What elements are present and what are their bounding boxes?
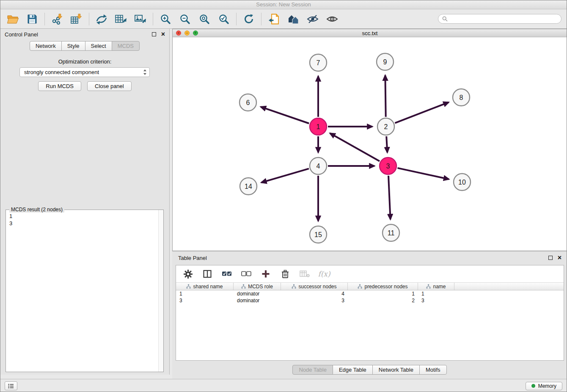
column-header-MCDS-role[interactable]: MCDS role (234, 283, 281, 290)
column-label: MCDS role (248, 284, 273, 290)
tab-network-table[interactable]: Network Table (372, 365, 420, 375)
table-row[interactable]: 1dominator411 (176, 290, 564, 297)
column-visibility-button[interactable] (201, 268, 213, 280)
delete-rows-button[interactable] (279, 268, 291, 280)
mcds-result-title: MCDS result (2 nodes) (9, 207, 64, 213)
minimize-window-button[interactable] (184, 30, 190, 36)
graph-node-11[interactable]: 11 (383, 224, 399, 241)
close-panel-icon[interactable] (161, 32, 165, 36)
tab-node-table[interactable]: Node Table (292, 365, 333, 375)
edge-3-1 (330, 133, 380, 161)
plus-icon (261, 270, 270, 278)
run-mcds-button[interactable]: Run MCDS (38, 81, 81, 91)
main-toolbar (0, 9, 567, 29)
control-panel-title: Control Panel (5, 31, 38, 38)
network-canvas[interactable]: 7968124314101511 (173, 37, 567, 251)
import-network-icon (51, 14, 63, 25)
graph-node-7[interactable]: 7 (310, 54, 327, 71)
zoom-in-icon (160, 14, 171, 25)
column-label: predecessor nodes (364, 284, 407, 290)
close-table-panel-icon[interactable] (558, 256, 561, 260)
delete-table-icon (300, 270, 310, 278)
houses-icon (287, 14, 300, 24)
tab-network[interactable]: Network (30, 41, 62, 51)
table-cell: 4 (281, 291, 348, 297)
export-image-button[interactable] (133, 12, 148, 26)
select-all-button[interactable] (221, 268, 233, 280)
column-header-successor-nodes[interactable]: successor nodes (281, 283, 348, 290)
dropdown-arrows-icon (143, 69, 147, 75)
table-cell: 3 (281, 298, 348, 304)
table-settings-button[interactable] (182, 268, 194, 280)
table-cell: 3 (418, 298, 454, 304)
hide-graphics-button[interactable] (306, 12, 320, 26)
graph-node-8[interactable]: 8 (453, 89, 470, 106)
close-window-button[interactable] (176, 30, 181, 36)
save-session-button[interactable] (25, 12, 39, 26)
table-cell: dominator (234, 298, 281, 304)
control-panel-tabs: NetworkStyleSelectMCDS (0, 41, 169, 51)
graph-node-2[interactable]: 2 (377, 118, 394, 135)
zoom-out-icon (179, 14, 190, 25)
graph-node-9[interactable]: 9 (377, 53, 394, 70)
graph-node-3[interactable]: 3 (380, 157, 396, 174)
svg-text:9: 9 (383, 58, 387, 66)
graph-node-14[interactable]: 14 (240, 178, 257, 195)
tab-style[interactable]: Style (61, 41, 85, 51)
network-graph[interactable]: 7968124314101511 (173, 37, 567, 251)
result-scrollbar[interactable] (158, 210, 163, 372)
checked-boxes-icon (222, 271, 232, 277)
tab-motifs[interactable]: Motifs (419, 365, 447, 375)
graph-node-10[interactable]: 10 (454, 174, 471, 190)
control-panel: Control Panel NetworkStyleSelectMCDS Opt… (0, 29, 170, 375)
table-cell: 3 (176, 298, 234, 304)
column-header-predecessor-nodes[interactable]: predecessor nodes (348, 283, 418, 290)
status-list-button[interactable] (5, 381, 17, 390)
graph-node-15[interactable]: 15 (310, 226, 327, 243)
search-input[interactable] (450, 16, 557, 22)
tab-mcds[interactable]: MCDS (112, 41, 140, 51)
import-network-button[interactable] (50, 12, 64, 26)
zoom-fit-button[interactable] (197, 12, 212, 26)
table-cell: 1 (418, 291, 454, 297)
graph-node-4[interactable]: 4 (310, 157, 327, 174)
control-panel-header: Control Panel (0, 29, 169, 40)
maximize-window-button[interactable] (193, 30, 198, 36)
zoom-in-button[interactable] (158, 12, 173, 26)
show-graphics-button[interactable] (325, 12, 339, 26)
table-panel: Table Panel (172, 251, 567, 379)
table-body: f(x) shared nameMCDS rolesuccessor nodes… (176, 265, 564, 361)
table-row[interactable]: 3dominator323 (176, 297, 564, 304)
share-document-button[interactable] (267, 12, 281, 26)
criterion-dropdown[interactable]: strongly connected component (19, 67, 150, 77)
column-header-shared-name[interactable]: shared name (176, 283, 234, 290)
column-header-name[interactable]: name (418, 283, 454, 290)
edge-2-3 (386, 136, 387, 152)
tab-select[interactable]: Select (85, 41, 112, 51)
svg-text:2: 2 (384, 123, 388, 130)
memory-button[interactable]: Memory (526, 382, 562, 390)
table-cell: 1 (348, 291, 418, 297)
zoom-selected-button[interactable] (217, 12, 231, 26)
graph-node-6[interactable]: 6 (239, 94, 256, 111)
close-panel-button[interactable]: Close panel (87, 81, 132, 91)
refresh-button[interactable] (242, 12, 256, 26)
open-file-button[interactable] (6, 12, 20, 26)
search-box[interactable] (438, 14, 561, 24)
graph-node-1[interactable]: 1 (310, 118, 327, 135)
import-table-button[interactable] (69, 12, 84, 26)
new-network-button[interactable] (94, 12, 109, 26)
svg-text:7: 7 (317, 59, 320, 66)
export-table-button[interactable] (114, 12, 128, 26)
float-panel-icon[interactable] (152, 32, 156, 36)
zoom-out-button[interactable] (178, 12, 192, 26)
deselect-all-button[interactable] (240, 268, 252, 280)
share-document-icon (268, 14, 279, 25)
table-toolbar: f(x) (176, 265, 564, 282)
float-table-panel-icon[interactable] (548, 256, 553, 260)
add-row-button[interactable] (260, 268, 272, 280)
columns-icon (203, 270, 212, 278)
first-neighbors-button[interactable] (286, 12, 300, 26)
edge-3-11 (388, 176, 391, 219)
tab-edge-table[interactable]: Edge Table (333, 365, 373, 375)
